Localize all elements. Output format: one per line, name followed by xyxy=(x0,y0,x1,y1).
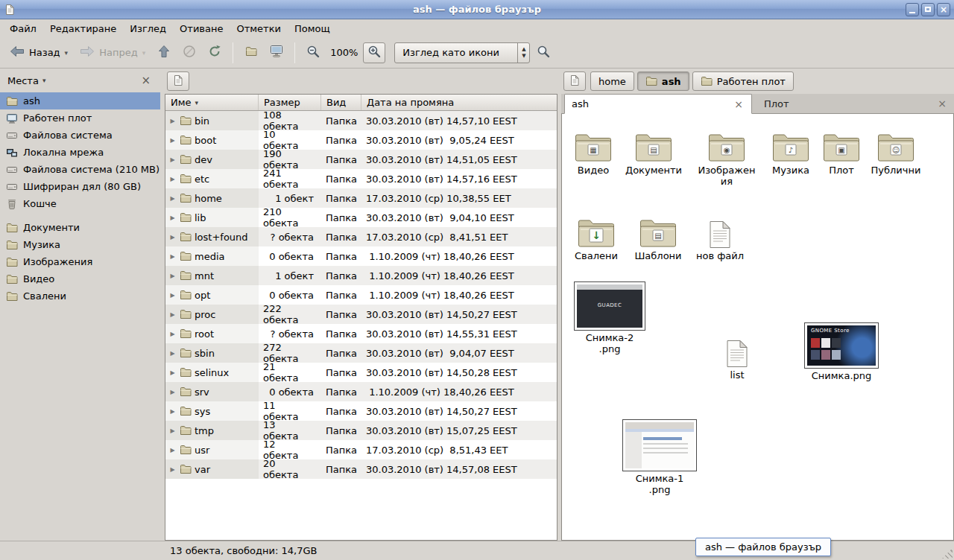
table-row-opt[interactable]: ▶opt0 обектаПапка 1.10.2009 (чт) 18,40,2… xyxy=(165,285,557,305)
file-downloads[interactable]: ↓Свалени xyxy=(566,214,626,262)
file-documents[interactable]: ▤Документи xyxy=(624,129,683,176)
file-list[interactable]: list xyxy=(707,334,767,381)
home-folder-button[interactable] xyxy=(239,41,263,65)
close-button[interactable]: × xyxy=(937,3,950,16)
sidebar-item-trash[interactable]: Кошче xyxy=(0,195,160,212)
sidebar-item-local-network[interactable]: Локална мрежа xyxy=(0,144,160,161)
sidebar-item-encrypted-80gb[interactable]: Шифриран дял (80 GB) xyxy=(0,178,160,195)
sidebar-item-documents[interactable]: Документи xyxy=(0,219,160,236)
expander-icon[interactable]: ▶ xyxy=(168,369,177,376)
sidebar-item-music[interactable]: Музика xyxy=(0,236,160,253)
expander-icon[interactable]: ▶ xyxy=(168,118,177,124)
up-button[interactable] xyxy=(152,41,176,65)
column-header-1[interactable]: Размер xyxy=(259,95,321,110)
path-button-home[interactable]: home xyxy=(590,71,634,91)
file-snimka[interactable]: GNOME StoreСнимка.png xyxy=(803,322,880,382)
table-row-usr[interactable]: ▶usr12 обектаПапка17.03.2010 (ср) 8,51,4… xyxy=(165,440,557,459)
expander-icon[interactable]: ▶ xyxy=(168,214,177,221)
sidebar-item-filesystem-210mb[interactable]: Файлова система (210 MB) xyxy=(0,161,160,178)
expander-icon[interactable]: ▶ xyxy=(168,234,177,241)
expander-icon[interactable]: ▶ xyxy=(168,137,177,144)
location-toggle-button-2[interactable] xyxy=(563,71,586,91)
expander-icon[interactable]: ▶ xyxy=(168,408,177,415)
table-row-srv[interactable]: ▶srv0 обектаПапка 1.10.2009 (чт) 18,40,2… xyxy=(165,382,557,401)
minimize-button[interactable] xyxy=(906,3,919,16)
table-row-boot[interactable]: ▶boot10 обектаПапка30.03.2010 (вт) 9,05,… xyxy=(165,130,557,150)
sidebar-item-filesystem[interactable]: Файлова система xyxy=(0,127,160,144)
menu-help[interactable]: Помощ xyxy=(288,19,337,37)
column-header-0[interactable]: Име▾ xyxy=(165,95,259,110)
menu-go[interactable]: Отиване xyxy=(173,19,230,37)
back-button[interactable]: Назад ▾ xyxy=(4,41,73,65)
table-row-sys[interactable]: ▶sys11 обектаПапка30.03.2010 (вт) 14,50,… xyxy=(165,401,557,421)
expander-icon[interactable]: ▶ xyxy=(168,311,177,318)
file-public[interactable]: ☺Публични xyxy=(866,129,926,176)
path-button-ash[interactable]: ash xyxy=(637,71,689,91)
zoom-in-button[interactable] xyxy=(363,42,385,63)
view-mode-selector[interactable]: Изглед като икони ▲▼ xyxy=(394,42,530,63)
table-row-media[interactable]: ▶media0 обектаПапка 1.10.2009 (чт) 18,40… xyxy=(165,246,557,266)
table-row-root[interactable]: ▶root? обектаПапка30.03.2010 (вт) 14,55,… xyxy=(165,324,557,343)
zoom-out-button[interactable] xyxy=(301,41,325,65)
table-row-home[interactable]: ▶home1 обектПапка17.03.2010 (ср) 10,38,5… xyxy=(165,188,557,208)
expander-icon[interactable]: ▶ xyxy=(168,427,177,434)
expander-icon[interactable]: ▶ xyxy=(168,156,177,163)
table-row-var[interactable]: ▶var20 обектаПапка30.03.2010 (вт) 14,57,… xyxy=(165,459,557,479)
expander-icon[interactable]: ▶ xyxy=(168,273,177,279)
table-row-proc[interactable]: ▶proc222 обектаПапка30.03.2010 (вт) 14,5… xyxy=(165,305,557,324)
column-header-2[interactable]: Вид xyxy=(321,95,361,110)
sidebar-mode-dropdown[interactable]: Места ▾ xyxy=(7,75,45,86)
location-toggle-button[interactable] xyxy=(167,71,189,91)
file-desktop-folder[interactable]: ▣Плот xyxy=(812,129,871,176)
sidebar-item-pictures[interactable]: Изображения xyxy=(0,253,160,270)
expander-icon[interactable]: ▶ xyxy=(168,466,177,473)
file-templates[interactable]: ▤Шаблони xyxy=(628,214,688,262)
forward-button[interactable]: Напред ▾ xyxy=(75,41,151,65)
maximize-button[interactable] xyxy=(921,3,935,16)
table-row-tmp[interactable]: ▶tmp13 обектаПапка30.03.2010 (вт) 15,07,… xyxy=(165,421,557,440)
sidebar-close-icon[interactable]: × xyxy=(139,75,153,86)
back-dropdown-icon[interactable]: ▾ xyxy=(65,49,69,57)
expander-icon[interactable]: ▶ xyxy=(168,331,177,337)
reload-button[interactable] xyxy=(203,41,227,65)
file-snimka-1[interactable]: Снимка-1.png xyxy=(621,419,698,496)
sidebar-item-video[interactable]: Видео xyxy=(0,270,160,287)
table-row-bin[interactable]: ▶bin108 обектаПапка30.03.2010 (вт) 14,57… xyxy=(165,111,557,130)
expander-icon[interactable]: ▶ xyxy=(168,195,177,202)
combo-spin-icon[interactable]: ▲▼ xyxy=(517,43,529,63)
table-row-mnt[interactable]: ▶mnt1 обектПапка 1.10.2009 (чт) 18,40,26… xyxy=(165,266,557,285)
computer-button[interactable] xyxy=(265,41,288,65)
tab-close-icon[interactable]: × xyxy=(733,99,745,109)
expander-icon[interactable]: ▶ xyxy=(168,176,177,182)
expander-icon[interactable]: ▶ xyxy=(168,389,177,395)
sidebar-item-desktop[interactable]: Работен плот xyxy=(0,109,160,127)
table-row-lost+found[interactable]: ▶lost+found? обектаПапка17.03.2010 (ср) … xyxy=(165,227,557,246)
expander-icon[interactable]: ▶ xyxy=(168,350,177,357)
table-row-lib[interactable]: ▶lib210 обектаПапка30.03.2010 (вт) 9,04,… xyxy=(165,208,557,227)
path-button-desktop[interactable]: Работен плот xyxy=(692,71,794,91)
table-row-etc[interactable]: ▶etc241 обектаПапка30.03.2010 (вт) 14,57… xyxy=(165,169,557,188)
menu-file[interactable]: Файл xyxy=(3,19,43,37)
resize-grip[interactable] xyxy=(942,548,953,559)
expander-icon[interactable]: ▶ xyxy=(168,253,177,260)
expander-icon[interactable]: ▶ xyxy=(168,447,177,454)
menu-view[interactable]: Изглед xyxy=(123,19,173,37)
search-button[interactable] xyxy=(531,41,555,65)
file-video[interactable]: ▦Видео xyxy=(563,129,623,176)
tab-plot[interactable]: Плот × xyxy=(752,94,954,113)
tab-close-icon[interactable]: × xyxy=(936,98,948,109)
column-header-3[interactable]: Дата на промяна xyxy=(361,95,557,110)
titlebar[interactable]: ash — файлов браузър × xyxy=(0,0,954,19)
file-pictures[interactable]: ◉Изображения xyxy=(697,129,756,188)
icon-view[interactable]: ▦Видео▤Документи◉Изображения♪Музика▣Плот… xyxy=(561,114,954,541)
table-row-dev[interactable]: ▶dev190 обектаПапка30.03.2010 (вт) 14,51… xyxy=(165,150,557,169)
tab-ash[interactable]: ash × xyxy=(564,94,752,114)
sidebar-item-downloads[interactable]: Свалени xyxy=(0,287,160,305)
expander-icon[interactable]: ▶ xyxy=(168,292,177,299)
menu-bookmarks[interactable]: Отметки xyxy=(230,19,287,37)
file-snimka-2[interactable]: GUADECСнимка-2.png xyxy=(571,281,648,355)
table-row-sbin[interactable]: ▶sbin272 обектаПапка30.03.2010 (вт) 9,04… xyxy=(165,343,557,363)
sidebar-item-home-ash[interactable]: ash xyxy=(0,92,160,109)
table-row-selinux[interactable]: ▶selinux21 обектаПапка30.03.2010 (вт) 14… xyxy=(165,363,557,382)
file-new-file[interactable]: нов файл xyxy=(690,214,750,262)
